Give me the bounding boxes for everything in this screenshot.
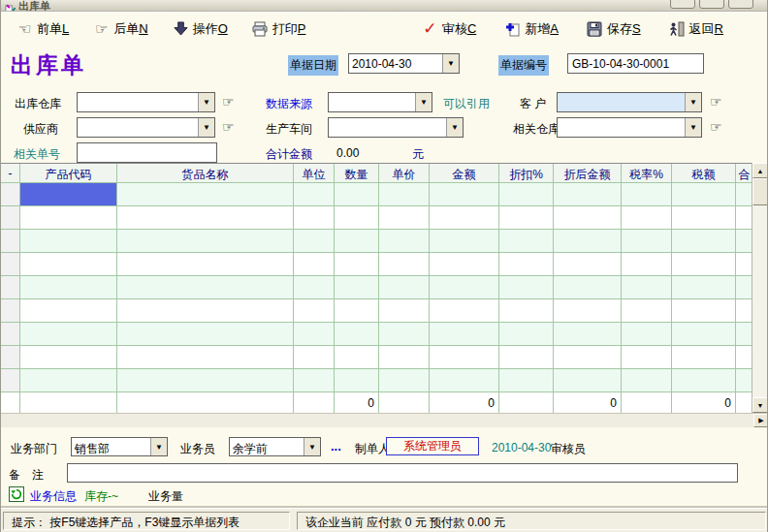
- related-number-field[interactable]: [77, 142, 217, 163]
- department-combobox[interactable]: 销售部 ▼: [71, 437, 168, 456]
- grid-cell[interactable]: [20, 299, 117, 323]
- grid-cell[interactable]: [379, 183, 430, 206]
- grid-cell[interactable]: [622, 299, 672, 323]
- grid-cell[interactable]: [294, 323, 335, 346]
- grid-cell[interactable]: [554, 346, 622, 369]
- grid-cell[interactable]: [672, 276, 736, 299]
- scroll-down-icon[interactable]: ▼: [752, 397, 768, 413]
- grid-cell[interactable]: [430, 346, 499, 369]
- grid-cell[interactable]: [554, 323, 622, 346]
- toolbar-button-A[interactable]: 新增A: [501, 18, 561, 40]
- grid-cell[interactable]: [430, 206, 499, 230]
- grid-cell[interactable]: [335, 346, 379, 369]
- grid-cell[interactable]: [430, 253, 499, 276]
- toolbar-button-O[interactable]: 操作O: [170, 18, 231, 40]
- refresh-icon[interactable]: [9, 486, 24, 502]
- grid-cell[interactable]: [20, 276, 117, 299]
- grid-cell[interactable]: [294, 369, 335, 392]
- grid-cell[interactable]: [294, 346, 335, 369]
- grid-cell[interactable]: [117, 299, 294, 323]
- chevron-down-icon[interactable]: ▼: [304, 438, 320, 455]
- grid-cell[interactable]: [622, 323, 672, 346]
- grid-cell[interactable]: [430, 276, 499, 299]
- grid-cell[interactable]: [294, 183, 335, 206]
- supplier-combobox[interactable]: ▼: [77, 117, 215, 138]
- related-warehouse-combobox[interactable]: ▼: [557, 117, 702, 138]
- clerk-combobox[interactable]: 余学前 ▼: [229, 437, 321, 456]
- grid-cell[interactable]: [622, 369, 672, 392]
- grid-cell[interactable]: [379, 323, 430, 346]
- grid-cell[interactable]: [335, 323, 379, 346]
- grid-cell[interactable]: [499, 299, 554, 323]
- grid-cell[interactable]: [672, 206, 736, 230]
- customer-lookup-hand-icon[interactable]: ☞: [710, 92, 722, 111]
- chevron-down-icon[interactable]: ▼: [446, 118, 463, 137]
- toolbar-button-L[interactable]: ☜前单L: [14, 18, 72, 40]
- grid-cell[interactable]: [379, 299, 430, 323]
- grid-cell[interactable]: [622, 253, 672, 276]
- grid-cell[interactable]: [499, 230, 554, 253]
- grid-cell[interactable]: [117, 346, 294, 369]
- grid-cell[interactable]: [117, 183, 294, 206]
- related-warehouse-lookup-hand-icon[interactable]: ☞: [710, 117, 722, 137]
- grid-cell[interactable]: [335, 369, 379, 392]
- grid-cell[interactable]: [622, 276, 672, 299]
- grid-cell[interactable]: [117, 323, 294, 346]
- grid-cell[interactable]: [499, 323, 554, 346]
- close-button[interactable]: [728, 0, 753, 9]
- grid-cell[interactable]: [335, 206, 379, 230]
- toolbar-button-S[interactable]: 保存S: [584, 18, 644, 40]
- data-source-combobox[interactable]: ▼: [328, 92, 432, 112]
- vertical-scrollbar-thumb[interactable]: [752, 178, 768, 205]
- grid-cell[interactable]: [499, 253, 554, 276]
- grid-cell[interactable]: [554, 276, 622, 299]
- grid-cell[interactable]: [379, 369, 430, 392]
- grid-cell[interactable]: [499, 183, 554, 206]
- grid-cell[interactable]: [430, 323, 499, 346]
- grid-cell[interactable]: [117, 369, 294, 392]
- grid-cell[interactable]: [335, 253, 379, 276]
- toolbar-button-C[interactable]: ✓审核C: [419, 18, 479, 40]
- chevron-down-icon[interactable]: ▼: [442, 54, 459, 73]
- grid-cell[interactable]: [430, 299, 499, 323]
- grid-cell[interactable]: [20, 323, 117, 346]
- toolbar-button-N[interactable]: ☞后单N: [90, 18, 150, 40]
- grid-cell[interactable]: [117, 276, 294, 299]
- grid-cell[interactable]: [672, 369, 736, 392]
- grid-cell[interactable]: [554, 369, 622, 392]
- grid-cell[interactable]: [294, 276, 335, 299]
- grid-cell[interactable]: [672, 183, 736, 206]
- grid-cell[interactable]: [499, 346, 554, 369]
- grid-cell[interactable]: [622, 230, 672, 253]
- grid-cell[interactable]: [554, 299, 622, 323]
- grid-cell[interactable]: [430, 230, 499, 253]
- grid-cell[interactable]: [335, 276, 379, 299]
- vertical-scrollbar[interactable]: ▲ ▼: [752, 163, 767, 413]
- grid-cell[interactable]: [430, 183, 499, 206]
- grid-cell[interactable]: [554, 230, 622, 253]
- grid-cell-selected[interactable]: [20, 183, 117, 206]
- grid-cell[interactable]: [672, 346, 736, 369]
- customer-combobox[interactable]: ▼: [557, 92, 702, 112]
- warehouse-combobox[interactable]: ▼: [77, 92, 215, 112]
- scroll-right-icon[interactable]: ▶: [753, 414, 768, 427]
- grid-cell[interactable]: [554, 206, 622, 230]
- clerk-more-button[interactable]: ...: [331, 439, 341, 454]
- grid-cell[interactable]: [294, 299, 335, 323]
- grid-cell[interactable]: [499, 369, 554, 392]
- grid-cell[interactable]: [379, 206, 430, 230]
- business-info-label[interactable]: 业务信息: [30, 488, 77, 505]
- grid-cell[interactable]: [379, 276, 430, 299]
- grid-cell[interactable]: [672, 299, 736, 323]
- grid-cell[interactable]: [117, 230, 294, 253]
- chevron-down-icon[interactable]: ▼: [150, 438, 167, 455]
- grid-cell[interactable]: [672, 230, 736, 253]
- grid-cell[interactable]: [335, 230, 379, 253]
- grid-cell[interactable]: [379, 230, 430, 253]
- supplier-lookup-hand-icon[interactable]: ☞: [222, 117, 235, 137]
- scroll-up-icon[interactable]: ▲: [752, 163, 768, 178]
- grid-cell[interactable]: [20, 369, 117, 392]
- grid-cell[interactable]: [20, 346, 117, 369]
- workshop-combobox[interactable]: ▼: [328, 117, 464, 138]
- grid-cell[interactable]: [117, 253, 294, 276]
